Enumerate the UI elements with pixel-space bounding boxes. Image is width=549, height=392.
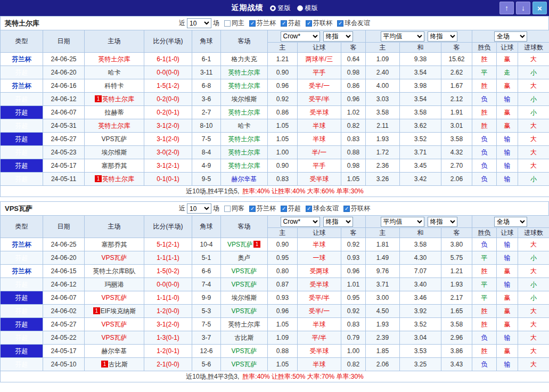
average-select[interactable]: 平均值 (381, 31, 424, 42)
checkbox-checked-icon[interactable] (249, 206, 256, 212)
checkbox-checked-icon[interactable] (337, 20, 343, 27)
team-link[interactable]: 英特土尔库 (228, 69, 260, 76)
final-index-select-2[interactable]: 终指 (428, 217, 457, 227)
team-link[interactable]: VPS瓦萨 (101, 254, 127, 262)
sub-column-header: 主 (366, 43, 400, 53)
home-team-cell: 埃尔维斯 (85, 146, 144, 159)
recent-count-select[interactable]: 10 (187, 18, 211, 28)
scroll-up-button[interactable]: ↑ (499, 2, 514, 14)
team-section-0: 英特土尔库近10场同主芬兰杯芬超芬联杯球会友谊类型日期主场比分(半场)角球客场C… (0, 16, 549, 197)
team-link[interactable]: EIF埃克纳斯 (101, 307, 136, 315)
filter-option-3[interactable]: 芬联杯 (306, 19, 332, 28)
checkbox-unchecked-icon[interactable] (224, 20, 231, 27)
win-draw-loss-cell: 胜 (472, 106, 497, 119)
home-team-cell: 1英特土尔库 (85, 93, 144, 106)
team-link[interactable]: VPS瓦萨 (101, 135, 127, 143)
team-link[interactable]: VPS瓦萨 (227, 241, 253, 248)
filter-option-2[interactable]: 芬超 (281, 19, 301, 28)
table-header-row: 类型日期主场比分(半场)角球客场Crow*终指平均值终指全场 (1, 216, 549, 228)
away-odds-cell: 0.92 (341, 238, 366, 251)
team-link[interactable]: 格力夫克 (232, 55, 257, 63)
team-link[interactable]: 科特卡 (105, 82, 124, 89)
team-link[interactable]: VPS瓦萨 (101, 294, 127, 301)
checkbox-checked-icon[interactable] (281, 206, 287, 212)
scroll-down-button[interactable]: ↓ (516, 2, 530, 14)
team-link[interactable]: 塞那乔其 (102, 241, 127, 248)
league-type-cell: 芬超 (1, 291, 43, 305)
team-link[interactable]: 哈卡 (238, 122, 251, 129)
team-link[interactable]: 赫尔辛基 (102, 347, 127, 355)
filter-option-3[interactable]: 球会友谊 (306, 204, 339, 213)
avg-draw-odds-cell: 3.52 (400, 133, 441, 146)
match-row: 芬超24-05-17塞那乔其3-1(2-1)4-9英特土尔库0.90平手0.98… (1, 159, 549, 173)
team-link[interactable]: 英特土尔库 (228, 82, 260, 89)
filter-option-2[interactable]: 芬超 (281, 204, 301, 213)
team-link[interactable]: 英特土尔库 (228, 135, 260, 143)
checkbox-checked-icon[interactable] (306, 20, 312, 27)
full-match-select[interactable]: 全场 (494, 217, 527, 227)
handicap-result-cell: 赢 (497, 265, 518, 278)
filter-option-0[interactable]: 同主 (224, 19, 244, 28)
checkbox-checked-icon[interactable] (343, 206, 350, 212)
match-row: 芬超24-06-07拉赫蒂0-2(0-1)2-7英特土尔库0.86受半球1.02… (1, 106, 549, 119)
team-link[interactable]: 英特土尔库 (102, 175, 134, 183)
recent-count-select[interactable]: 10 (187, 203, 211, 214)
final-index-select[interactable]: 终指 (323, 217, 353, 227)
team-link[interactable]: VPS瓦萨 (101, 334, 127, 341)
filter-option-1[interactable]: 芬兰杯 (249, 19, 276, 28)
team-link[interactable]: 英特土尔库 (228, 321, 260, 328)
team-link[interactable]: 塞那乔其 (102, 162, 127, 169)
corners-cell: 8-4 (192, 146, 221, 159)
team-link[interactable]: 古比斯 (109, 361, 128, 368)
checkbox-checked-icon[interactable] (281, 20, 287, 27)
team-link[interactable]: 英特土尔库 (228, 149, 260, 156)
team-link[interactable]: 玛丽港 (105, 281, 124, 288)
team-link[interactable]: 埃尔维斯 (232, 294, 257, 301)
away-odds-cell: 0.92 (341, 305, 366, 318)
team-link[interactable]: 哈卡 (108, 69, 121, 76)
win-draw-loss-cell: 负 (472, 358, 497, 371)
final-index-select-2[interactable]: 终指 (428, 31, 457, 42)
filter-option-4[interactable]: 芬联杯 (343, 204, 370, 213)
checkbox-unchecked-icon[interactable] (224, 206, 231, 212)
sub-column-header: 客 (341, 43, 366, 53)
league-type-cell: 芬超 (1, 133, 43, 146)
team-link[interactable]: 英特土尔库 (99, 122, 130, 129)
final-index-select[interactable]: 终指 (323, 31, 353, 42)
team-link[interactable]: VPS瓦萨 (231, 267, 257, 275)
team-link[interactable]: 英特土尔库 (228, 162, 260, 169)
radio-horizontal[interactable]: 横版 (297, 4, 318, 13)
full-match-select[interactable]: 全场 (494, 31, 527, 42)
team-link[interactable]: 埃尔维斯 (102, 149, 127, 156)
filter-option-1[interactable]: 芬兰杯 (249, 204, 276, 213)
checkbox-checked-icon[interactable] (306, 206, 312, 212)
filter-option-0[interactable]: 同客 (224, 204, 244, 213)
team-link[interactable]: 英特土尔库 (99, 55, 130, 63)
home-odds-cell: 0.93 (268, 291, 298, 305)
match-row: 芬兰杯24-06-25英特土尔库6-1(1-0)6-1格力夫克1.21两球半/三… (1, 53, 549, 66)
average-select[interactable]: 平均值 (381, 217, 424, 227)
team-link[interactable]: 拉赫蒂 (105, 109, 124, 116)
team-link[interactable]: 古比斯 (235, 334, 254, 341)
checkbox-checked-icon[interactable] (249, 20, 256, 27)
team-link[interactable]: VPS瓦萨 (101, 321, 127, 328)
team-link[interactable]: VPS瓦萨 (231, 361, 257, 368)
rank-badge: 1 (95, 95, 102, 102)
bookmaker-select[interactable]: Crow* (281, 217, 320, 227)
radio-vertical[interactable]: 竖版 (270, 4, 291, 13)
team-link[interactable]: VPS瓦萨 (231, 307, 257, 315)
bookmaker-select[interactable]: Crow* (281, 31, 320, 42)
team-link[interactable]: 英特土尔库 (228, 109, 260, 116)
home-team-cell: 英特土尔库 (85, 53, 144, 66)
away-odds-cell: 1.01 (341, 278, 366, 291)
team-link[interactable]: 埃尔维斯 (232, 95, 257, 103)
sub-column-header: 和 (400, 228, 441, 238)
team-link[interactable]: 奥卢 (238, 254, 251, 262)
team-link[interactable]: VPS瓦萨 (231, 281, 257, 288)
filter-option-4[interactable]: 球会友谊 (337, 19, 370, 28)
team-link[interactable]: VPS瓦萨 (231, 347, 257, 355)
team-link[interactable]: 英特土尔库 (102, 95, 134, 103)
team-link[interactable]: 赫尔辛基 (232, 175, 257, 183)
close-button[interactable]: × (532, 2, 547, 14)
team-link[interactable]: 英特土尔库B队 (93, 267, 135, 275)
